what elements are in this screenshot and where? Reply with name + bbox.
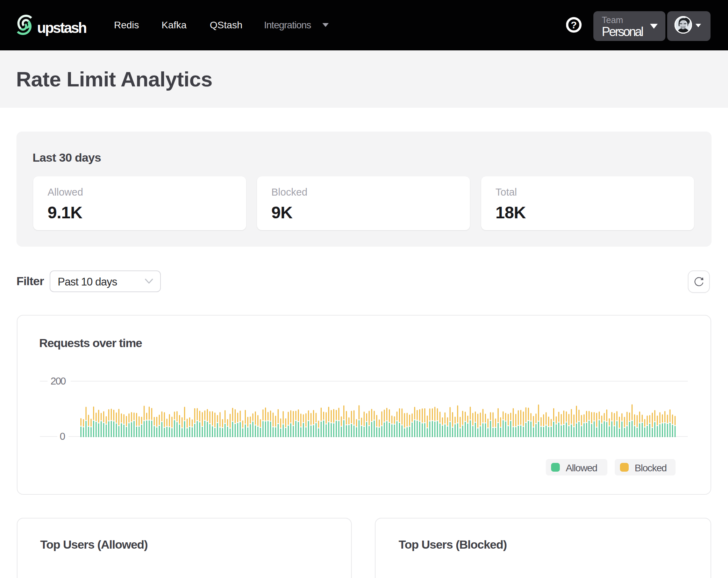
svg-text:?: ? [571,20,577,30]
svg-text:200: 200 [51,375,66,387]
svg-text:0: 0 [60,431,65,442]
